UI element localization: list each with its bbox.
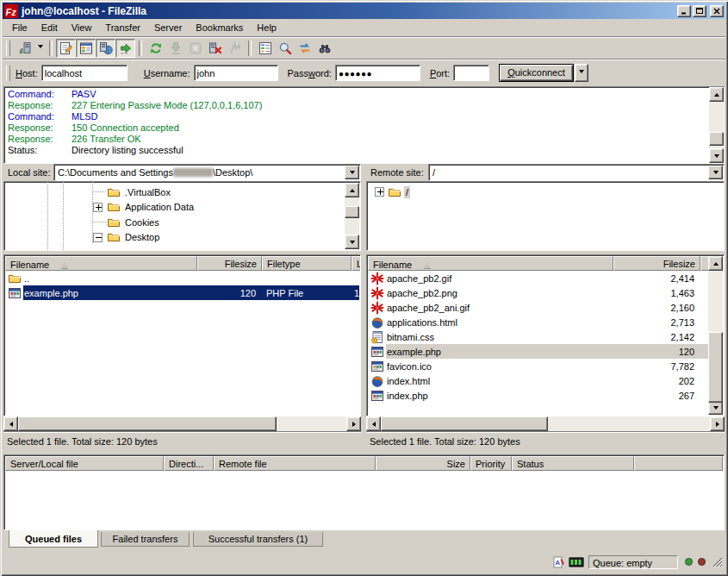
tree-line [47,182,48,250]
file-row[interactable]: apache_pb2_ani.gif2,160 [368,300,723,315]
compare-button[interactable] [275,39,295,58]
file-row[interactable]: apache_pb2.png1,463 [368,285,723,300]
menu-edit[interactable]: Edit [34,21,65,34]
column-header-filler[interactable] [634,456,723,471]
toggle-local-tree-button[interactable] [76,39,96,58]
local-site-combobox[interactable]: C:\Documents and Settings\Desktop\ [53,164,361,181]
svg-text:Fz: Fz [6,6,17,16]
scroll-thumb[interactable] [18,416,277,431]
scroll-right-button[interactable] [346,416,361,431]
tree-item[interactable]: Desktop [93,230,161,245]
tree-expander-plus[interactable] [93,203,103,212]
transfer-type-icon[interactable]: A [553,556,565,568]
column-header-filetype[interactable]: Filetype [262,256,352,271]
menu-server[interactable]: Server [147,21,189,34]
minimize-button[interactable] [677,5,691,17]
reconnect-button[interactable] [225,39,245,58]
remote-vscrollbar[interactable] [708,256,723,415]
file-row[interactable]: example.php120 [368,344,723,359]
tree-item[interactable]: Application Data [93,200,196,215]
remote-hscrollbar[interactable] [366,416,725,431]
column-header-status[interactable]: Status [512,456,634,471]
local-site-combo-arrow[interactable] [345,166,359,179]
log-scrollbar[interactable] [709,87,724,163]
column-header-priority[interactable]: Priority [470,456,512,471]
password-input[interactable]: ●●●●●● [335,65,420,81]
process-queue-button[interactable] [165,39,185,58]
menu-file[interactable]: File [5,21,34,34]
site-manager-button[interactable] [15,39,34,58]
toolbar-grip[interactable] [6,41,10,56]
find-button[interactable] [314,39,334,58]
column-header-directi[interactable]: Directi... [164,456,214,471]
scroll-right-button[interactable] [710,416,725,431]
scroll-down-button[interactable] [345,235,359,249]
toggle-remote-tree-button[interactable] [96,39,115,58]
menu-help[interactable]: Help [250,21,283,34]
file-row[interactable]: applications.html2,713 [368,315,723,329]
resize-grip[interactable] [712,556,723,567]
column-header-size[interactable]: Size [376,456,470,471]
username-input[interactable]: john [194,65,278,81]
file-row[interactable]: .. [5,271,359,285]
refresh-button[interactable] [146,39,165,58]
file-row[interactable]: bitnami.css2,142 [368,329,723,344]
toggle-queue-button[interactable] [115,39,135,58]
site-manager-dropdown[interactable] [34,39,46,58]
tree-item[interactable]: .VirtualBox [93,185,172,199]
tree-expander-plus[interactable] [375,187,384,197]
column-header-l[interactable]: L [352,256,361,271]
sync-browse-button[interactable] [295,39,314,58]
html-file-icon [370,374,384,388]
scroll-down-button[interactable] [709,148,724,163]
host-input[interactable]: localhost [41,65,128,81]
file-row[interactable]: favicon.ico7,782 [368,359,723,373]
menu-view[interactable]: View [65,21,99,34]
column-header-serverlocalfile[interactable]: Server/Local file [5,456,164,471]
tab-failed-transfers[interactable]: Failed transfers [101,532,190,547]
file-size: 7,782 [613,361,700,372]
tree-item[interactable]: Cookies [93,215,161,229]
filter-button[interactable] [255,39,275,58]
column-header-filename[interactable]: Filename [5,256,197,271]
toggle-local-tree-icon [79,41,93,55]
disconnect-button[interactable] [205,39,225,58]
local-tree-scrollbar[interactable] [345,183,359,249]
file-row[interactable]: index.html202 [368,373,723,388]
close-button[interactable] [710,5,724,17]
menu-transfer[interactable]: Transfer [98,21,147,34]
file-row[interactable]: example.php120PHP File1 [5,285,359,300]
scroll-up-button[interactable] [708,256,723,271]
tree-item[interactable]: / [375,185,410,199]
tab-successful-transfers-[interactable]: Successful transfers (1) [193,532,323,547]
apache-file-icon [370,286,384,300]
local-hscrollbar[interactable] [3,416,361,431]
tab-queued-files[interactable]: Queued files [9,530,98,548]
scroll-up-button[interactable] [345,183,359,197]
cancel-button[interactable] [185,39,205,58]
toggle-message-log-button[interactable] [56,39,76,58]
scroll-left-button[interactable] [366,416,381,431]
scroll-thumb[interactable] [708,332,723,403]
menu-bookmarks[interactable]: Bookmarks [189,21,250,34]
maximize-button[interactable] [693,5,706,17]
scroll-thumb[interactable] [345,206,359,218]
column-header-filesize[interactable]: Filesize [613,256,700,271]
remote-site-combo-arrow[interactable] [708,166,723,179]
quickbar-grip[interactable] [6,66,10,81]
column-header-remotefile[interactable]: Remote file [214,456,376,471]
speed-limit-icon[interactable] [569,557,584,567]
column-header-filename[interactable]: Filename [368,256,613,271]
scroll-left-button[interactable] [3,416,18,431]
column-header-filesize[interactable]: Filesize [197,256,262,271]
remote-site-combobox[interactable]: / [428,164,725,181]
tree-expander-minus[interactable] [93,233,103,242]
scroll-thumb[interactable] [381,416,548,431]
quickconnect-button[interactable]: Quickconnect [499,64,574,82]
port-input[interactable] [453,65,489,81]
scroll-up-button[interactable] [709,87,724,102]
file-row[interactable]: index.php267 [368,388,723,403]
file-row[interactable]: apache_pb2.gif2,414 [368,271,723,285]
quickconnect-dropdown[interactable] [575,64,588,82]
scroll-thumb[interactable] [709,132,724,146]
